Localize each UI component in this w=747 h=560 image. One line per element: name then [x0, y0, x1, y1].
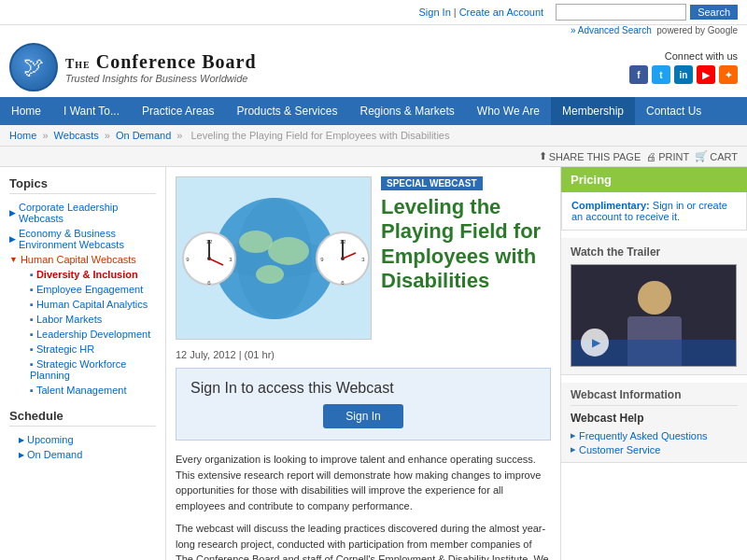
- nav-item-contact[interactable]: Contact Us: [635, 97, 712, 125]
- pricing-label: Pricing: [571, 173, 738, 187]
- sidebar-item-label: Economy & Business Environment Webcasts: [19, 228, 156, 250]
- globe-illustration: 12 3 6 9 12 3 6 9: [176, 177, 371, 339]
- trailer-label: Watch the Trailer: [571, 245, 738, 259]
- nav-item-practice[interactable]: Practice Areas: [131, 97, 225, 125]
- play-button[interactable]: [581, 329, 609, 357]
- breadcrumb-home[interactable]: Home: [9, 130, 36, 141]
- webcast-info-label: Webcast Information: [571, 388, 738, 406]
- nav-item-iwantto[interactable]: I Want To...: [52, 97, 131, 125]
- cart-btn[interactable]: 🛒 CART: [695, 150, 738, 162]
- sidebar-item-talent[interactable]: Talent Management: [21, 383, 156, 398]
- breadcrumb: Home » Webcasts » On Demand » Leveling t…: [0, 125, 747, 147]
- sidebar-item-diversity[interactable]: Diversity & Inclusion: [21, 267, 156, 282]
- right-column: Pricing Complimentary: Sign in or create…: [560, 167, 747, 560]
- svg-point-4: [239, 231, 273, 253]
- breadcrumb-current: Leveling the Playing Field for Employees…: [191, 130, 450, 141]
- customer-service-link[interactable]: Customer Service: [571, 442, 738, 456]
- trailer-section: Watch the Trailer: [561, 238, 747, 375]
- pricing-header: Pricing: [561, 167, 747, 192]
- svg-point-5: [268, 237, 309, 265]
- logo[interactable]: 🕊 The Conference Board Trusted Insights …: [9, 43, 257, 91]
- share-page-btn[interactable]: ⬆ SHARE THIS PAGE: [539, 150, 641, 162]
- sidebar-item-humancapital[interactable]: ▼ Human Capital Webcasts: [9, 252, 156, 267]
- webcast-help-label: Webcast Help: [571, 412, 738, 425]
- sign-in-link[interactable]: Sign In: [419, 7, 451, 18]
- description-1: Every organization is looking to improve…: [176, 452, 551, 513]
- sidebar-item-corporate[interactable]: ▶ Corporate Leadership Webcasts: [9, 200, 156, 226]
- nav-item-regions[interactable]: Regions & Markets: [348, 97, 465, 125]
- svg-point-6: [256, 265, 284, 284]
- search-input[interactable]: [556, 4, 686, 21]
- logo-icon: 🕊: [9, 43, 58, 91]
- main-nav: Home I Want To... Practice Areas Product…: [0, 97, 747, 125]
- description-2: The webcast will discuss the leading pra…: [176, 521, 551, 560]
- video-thumbnail[interactable]: [571, 264, 737, 367]
- sidebar-item-analytics[interactable]: Human Capital Analytics: [21, 297, 156, 312]
- adv-search-link[interactable]: » Advanced Search: [571, 25, 652, 35]
- rss-icon[interactable]: ✦: [719, 65, 738, 84]
- schedule-ondemand[interactable]: ▶ On Demand: [9, 447, 156, 462]
- nav-item-home[interactable]: Home: [0, 97, 52, 125]
- webcast-info-section: Webcast Information Webcast Help Frequen…: [561, 383, 747, 463]
- social-area: Connect with us f t in ▶ ✦: [629, 50, 738, 84]
- sidebar-item-strategicwf[interactable]: Strategic Workforce Planning: [21, 357, 156, 383]
- chevron-right-icon: ▶: [19, 436, 24, 444]
- sidebar-item-label: Corporate Leadership Webcasts: [19, 202, 156, 224]
- main-layout: Topics ▶ Corporate Leadership Webcasts ▶…: [0, 167, 747, 560]
- signin-heading: Sign In to access this Webcast: [190, 380, 536, 397]
- sidebar-item-labor[interactable]: Labor Markets: [21, 312, 156, 327]
- sidebar-item-leadership[interactable]: Leadership Development: [21, 327, 156, 342]
- create-account-link[interactable]: Create an Account: [459, 7, 544, 18]
- svg-point-24: [638, 281, 671, 315]
- webcast-date: 12 July, 2012 | (01 hr): [176, 349, 551, 360]
- print-btn[interactable]: 🖨 PRINT: [646, 151, 689, 162]
- linkedin-icon[interactable]: in: [674, 65, 693, 84]
- webcast-info: SPECIAL WEBCAST Leveling the Playing Fie…: [381, 176, 551, 340]
- nav-item-membership[interactable]: Membership: [551, 97, 635, 125]
- facebook-icon[interactable]: f: [629, 65, 648, 84]
- breadcrumb-webcasts[interactable]: Webcasts: [54, 130, 99, 141]
- share-icon: ⬆: [539, 150, 547, 162]
- nav-item-who[interactable]: Who We Are: [466, 97, 551, 125]
- powered-by: powered by Google: [656, 25, 738, 35]
- sidebar-sub-items: Diversity & Inclusion Employee Engagemen…: [9, 267, 156, 398]
- schedule-section: Schedule ▶ Upcoming ▶ On Demand: [9, 409, 156, 462]
- svg-text:12: 12: [206, 239, 213, 245]
- logo-text: The Conference Board Trusted Insights fo…: [65, 51, 257, 84]
- complimentary-label: Complimentary:: [571, 200, 650, 211]
- chevron-right-icon: ▶: [9, 208, 16, 217]
- twitter-icon[interactable]: t: [652, 65, 670, 84]
- share-bar: ⬆ SHARE THIS PAGE 🖨 PRINT 🛒 CART: [0, 147, 747, 167]
- topics-label: Topics: [9, 176, 156, 194]
- logo-bar: 🕊 The Conference Board Trusted Insights …: [0, 37, 747, 97]
- schedule-upcoming[interactable]: ▶ Upcoming: [9, 432, 156, 447]
- chevron-right-icon: ▶: [19, 451, 24, 459]
- sidebar-item-economy[interactable]: ▶ Economy & Business Environment Webcast…: [9, 226, 156, 252]
- pricing-content: Complimentary: Sign in or create an acco…: [561, 192, 747, 231]
- breadcrumb-ondemand[interactable]: On Demand: [116, 130, 171, 141]
- faq-link[interactable]: Frequently Asked Questions: [571, 428, 738, 442]
- nav-item-products[interactable]: Products & Services: [225, 97, 348, 125]
- connect-label: Connect with us: [629, 50, 738, 62]
- signin-button[interactable]: Sign In: [323, 404, 402, 428]
- print-icon: 🖨: [646, 151, 656, 162]
- chevron-right-icon: ▶: [9, 234, 16, 244]
- sidebar-item-strategichr[interactable]: Strategic HR: [21, 342, 156, 357]
- webcast-title: Leveling the Playing Field for Employees…: [381, 195, 551, 294]
- sidebar-item-label: Human Capital Webcasts: [21, 254, 136, 265]
- sidebar-item-employee[interactable]: Employee Engagement: [21, 282, 156, 297]
- signin-box: Sign In to access this Webcast Sign In: [176, 368, 551, 441]
- webcast-header: 12 3 6 9 12 3 6 9: [176, 176, 551, 340]
- cart-icon: 🛒: [695, 150, 708, 162]
- special-badge: SPECIAL WEBCAST: [381, 176, 483, 190]
- logo-tagline: Trusted Insights for Business Worldwide: [65, 73, 257, 84]
- logo-bird-icon: 🕊: [23, 55, 44, 79]
- schedule-label: Schedule: [9, 409, 156, 427]
- search-area: Search: [556, 4, 738, 21]
- sidebar: Topics ▶ Corporate Leadership Webcasts ▶…: [0, 167, 166, 560]
- top-bar: Sign In | Create an Account Search: [0, 0, 747, 25]
- search-button[interactable]: Search: [690, 5, 738, 20]
- youtube-icon[interactable]: ▶: [697, 65, 715, 84]
- svg-text:12: 12: [340, 239, 346, 245]
- chevron-down-icon: ▼: [9, 255, 18, 264]
